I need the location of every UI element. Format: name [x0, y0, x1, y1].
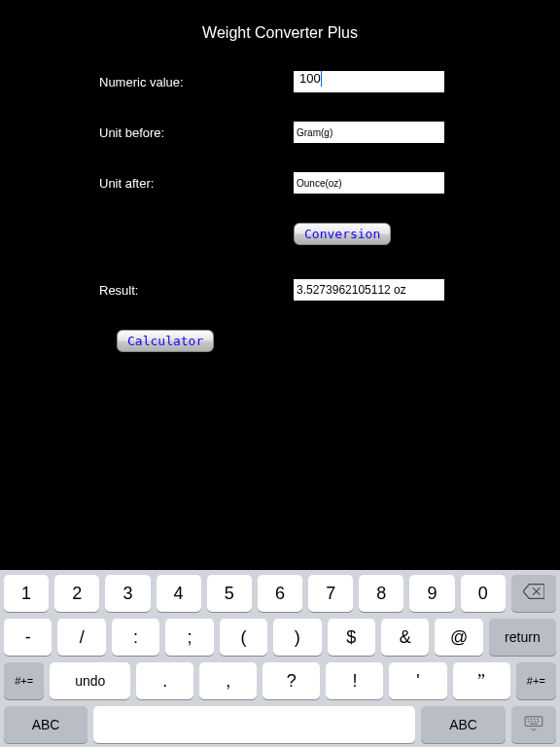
backspace-icon — [523, 584, 544, 604]
key-symbols-left[interactable]: #+= — [4, 662, 44, 699]
result-label: Result: — [99, 283, 294, 298]
key-dollar[interactable]: $ — [328, 619, 375, 656]
key-2[interactable]: 2 — [54, 575, 99, 612]
key-3[interactable]: 3 — [105, 575, 150, 612]
app-title: Weight Converter Plus — [0, 24, 560, 42]
key-period[interactable]: . — [136, 662, 193, 699]
key-dash[interactable]: - — [4, 619, 52, 656]
calculator-button[interactable]: Calculator — [117, 330, 214, 352]
unit-before-label: Unit before: — [99, 125, 294, 140]
key-question[interactable]: ? — [262, 662, 320, 699]
key-ampersand[interactable]: & — [381, 619, 429, 656]
numeric-value-label: Numeric value: — [99, 75, 294, 89]
key-7[interactable]: 7 — [308, 575, 353, 612]
key-semicolon[interactable]: ; — [165, 619, 213, 656]
key-open-paren[interactable]: ( — [220, 619, 267, 656]
key-1[interactable]: 1 — [4, 575, 49, 612]
numeric-value-text: 100 — [299, 71, 321, 86]
unit-before-value: Gram(g) — [297, 127, 332, 138]
key-return[interactable]: return — [489, 619, 556, 656]
key-exclaim[interactable]: ! — [326, 662, 383, 699]
key-apostrophe[interactable]: ' — [389, 662, 446, 699]
key-symbols-right[interactable]: #+= — [516, 662, 556, 699]
key-8[interactable]: 8 — [359, 575, 403, 612]
unit-after-value: Ounce(oz) — [297, 178, 342, 189]
key-4[interactable]: 4 — [157, 575, 201, 612]
numeric-value-input[interactable]: 100 — [294, 71, 444, 92]
key-5[interactable]: 5 — [207, 575, 252, 612]
unit-before-select[interactable]: Gram(g) — [294, 122, 444, 143]
conversion-button[interactable]: Conversion — [294, 223, 391, 245]
result-value: 3.5273962105112 oz — [297, 283, 406, 297]
svg-rect-0 — [525, 717, 542, 727]
hide-keyboard-icon — [523, 716, 544, 733]
key-close-paren[interactable]: ) — [273, 619, 321, 656]
key-abc-left[interactable]: ABC — [4, 706, 88, 743]
key-9[interactable]: 9 — [409, 575, 454, 612]
key-0[interactable]: 0 — [461, 575, 506, 612]
text-cursor — [321, 71, 322, 87]
unit-after-label: Unit after: — [99, 176, 294, 191]
result-output: 3.5273962105112 oz — [294, 279, 444, 301]
key-backspace[interactable] — [511, 575, 556, 612]
key-doublequote[interactable]: ” — [453, 662, 510, 699]
key-at[interactable]: @ — [435, 619, 482, 656]
key-space[interactable] — [93, 706, 415, 743]
key-colon[interactable]: : — [112, 619, 159, 656]
on-screen-keyboard: 1 2 3 4 5 6 7 8 9 0 - / : ; ( ) $ & @ re… — [0, 570, 560, 747]
key-hide-keyboard[interactable] — [511, 706, 556, 743]
unit-after-select[interactable]: Ounce(oz) — [294, 172, 444, 194]
key-comma[interactable]: , — [199, 662, 257, 699]
key-6[interactable]: 6 — [258, 575, 302, 612]
key-abc-right[interactable]: ABC — [421, 706, 505, 743]
key-slash[interactable]: / — [57, 619, 105, 656]
key-undo[interactable]: undo — [50, 662, 130, 699]
